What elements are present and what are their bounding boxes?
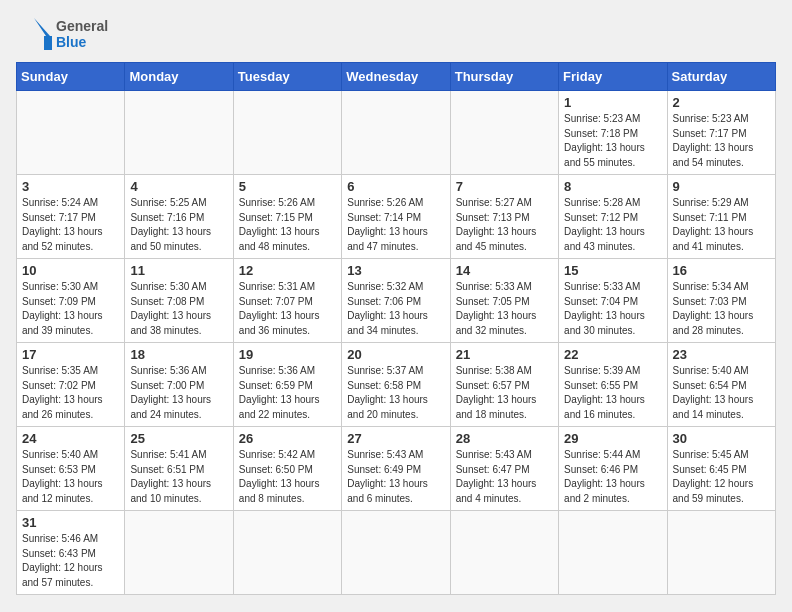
day-info: Sunrise: 5:35 AM Sunset: 7:02 PM Dayligh… [22,364,119,422]
calendar-cell: 4Sunrise: 5:25 AM Sunset: 7:16 PM Daylig… [125,175,233,259]
calendar-cell: 27Sunrise: 5:43 AM Sunset: 6:49 PM Dayli… [342,427,450,511]
calendar-cell: 11Sunrise: 5:30 AM Sunset: 7:08 PM Dayli… [125,259,233,343]
weekday-header-thursday: Thursday [450,63,558,91]
calendar-cell: 28Sunrise: 5:43 AM Sunset: 6:47 PM Dayli… [450,427,558,511]
day-info: Sunrise: 5:33 AM Sunset: 7:04 PM Dayligh… [564,280,661,338]
day-number: 10 [22,263,119,278]
calendar-cell: 15Sunrise: 5:33 AM Sunset: 7:04 PM Dayli… [559,259,667,343]
day-number: 8 [564,179,661,194]
day-number: 19 [239,347,336,362]
day-number: 15 [564,263,661,278]
day-info: Sunrise: 5:26 AM Sunset: 7:14 PM Dayligh… [347,196,444,254]
day-number: 17 [22,347,119,362]
calendar-cell: 19Sunrise: 5:36 AM Sunset: 6:59 PM Dayli… [233,343,341,427]
day-number: 31 [22,515,119,530]
calendar-cell: 3Sunrise: 5:24 AM Sunset: 7:17 PM Daylig… [17,175,125,259]
calendar-cell [450,91,558,175]
calendar-cell: 6Sunrise: 5:26 AM Sunset: 7:14 PM Daylig… [342,175,450,259]
day-info: Sunrise: 5:29 AM Sunset: 7:11 PM Dayligh… [673,196,770,254]
weekday-header-sunday: Sunday [17,63,125,91]
day-number: 20 [347,347,444,362]
calendar-cell: 5Sunrise: 5:26 AM Sunset: 7:15 PM Daylig… [233,175,341,259]
day-info: Sunrise: 5:36 AM Sunset: 6:59 PM Dayligh… [239,364,336,422]
day-info: Sunrise: 5:24 AM Sunset: 7:17 PM Dayligh… [22,196,119,254]
day-number: 29 [564,431,661,446]
svg-marker-0 [34,18,52,50]
day-info: Sunrise: 5:34 AM Sunset: 7:03 PM Dayligh… [673,280,770,338]
day-number: 21 [456,347,553,362]
day-number: 14 [456,263,553,278]
day-info: Sunrise: 5:46 AM Sunset: 6:43 PM Dayligh… [22,532,119,590]
calendar-cell: 7Sunrise: 5:27 AM Sunset: 7:13 PM Daylig… [450,175,558,259]
calendar-table: SundayMondayTuesdayWednesdayThursdayFrid… [16,62,776,595]
logo: General Blue [16,16,108,52]
calendar-cell [125,511,233,595]
calendar-week-row: 10Sunrise: 5:30 AM Sunset: 7:09 PM Dayli… [17,259,776,343]
calendar-cell: 16Sunrise: 5:34 AM Sunset: 7:03 PM Dayli… [667,259,775,343]
day-number: 24 [22,431,119,446]
weekday-header-monday: Monday [125,63,233,91]
calendar-cell: 1Sunrise: 5:23 AM Sunset: 7:18 PM Daylig… [559,91,667,175]
day-number: 12 [239,263,336,278]
day-info: Sunrise: 5:28 AM Sunset: 7:12 PM Dayligh… [564,196,661,254]
calendar-cell [233,91,341,175]
day-info: Sunrise: 5:37 AM Sunset: 6:58 PM Dayligh… [347,364,444,422]
page-header: General Blue [16,16,776,52]
calendar-week-row: 3Sunrise: 5:24 AM Sunset: 7:17 PM Daylig… [17,175,776,259]
day-number: 1 [564,95,661,110]
day-info: Sunrise: 5:33 AM Sunset: 7:05 PM Dayligh… [456,280,553,338]
calendar-cell: 29Sunrise: 5:44 AM Sunset: 6:46 PM Dayli… [559,427,667,511]
day-info: Sunrise: 5:30 AM Sunset: 7:08 PM Dayligh… [130,280,227,338]
day-info: Sunrise: 5:39 AM Sunset: 6:55 PM Dayligh… [564,364,661,422]
day-number: 18 [130,347,227,362]
day-info: Sunrise: 5:23 AM Sunset: 7:18 PM Dayligh… [564,112,661,170]
day-info: Sunrise: 5:42 AM Sunset: 6:50 PM Dayligh… [239,448,336,506]
calendar-week-row: 31Sunrise: 5:46 AM Sunset: 6:43 PM Dayli… [17,511,776,595]
calendar-cell: 9Sunrise: 5:29 AM Sunset: 7:11 PM Daylig… [667,175,775,259]
calendar-cell: 22Sunrise: 5:39 AM Sunset: 6:55 PM Dayli… [559,343,667,427]
calendar-cell: 26Sunrise: 5:42 AM Sunset: 6:50 PM Dayli… [233,427,341,511]
calendar-cell [342,511,450,595]
calendar-cell [667,511,775,595]
day-info: Sunrise: 5:43 AM Sunset: 6:47 PM Dayligh… [456,448,553,506]
day-info: Sunrise: 5:38 AM Sunset: 6:57 PM Dayligh… [456,364,553,422]
day-number: 6 [347,179,444,194]
calendar-cell: 13Sunrise: 5:32 AM Sunset: 7:06 PM Dayli… [342,259,450,343]
day-info: Sunrise: 5:30 AM Sunset: 7:09 PM Dayligh… [22,280,119,338]
day-info: Sunrise: 5:41 AM Sunset: 6:51 PM Dayligh… [130,448,227,506]
calendar-cell [17,91,125,175]
day-info: Sunrise: 5:25 AM Sunset: 7:16 PM Dayligh… [130,196,227,254]
calendar-cell: 24Sunrise: 5:40 AM Sunset: 6:53 PM Dayli… [17,427,125,511]
day-info: Sunrise: 5:36 AM Sunset: 7:00 PM Dayligh… [130,364,227,422]
logo-graphic: General Blue [16,16,108,52]
calendar-cell: 12Sunrise: 5:31 AM Sunset: 7:07 PM Dayli… [233,259,341,343]
calendar-cell: 23Sunrise: 5:40 AM Sunset: 6:54 PM Dayli… [667,343,775,427]
calendar-cell: 30Sunrise: 5:45 AM Sunset: 6:45 PM Dayli… [667,427,775,511]
day-number: 11 [130,263,227,278]
day-info: Sunrise: 5:23 AM Sunset: 7:17 PM Dayligh… [673,112,770,170]
day-number: 5 [239,179,336,194]
calendar-cell: 14Sunrise: 5:33 AM Sunset: 7:05 PM Dayli… [450,259,558,343]
calendar-week-row: 17Sunrise: 5:35 AM Sunset: 7:02 PM Dayli… [17,343,776,427]
calendar-cell [125,91,233,175]
day-number: 7 [456,179,553,194]
day-number: 26 [239,431,336,446]
calendar-cell: 10Sunrise: 5:30 AM Sunset: 7:09 PM Dayli… [17,259,125,343]
calendar-cell: 17Sunrise: 5:35 AM Sunset: 7:02 PM Dayli… [17,343,125,427]
weekday-header-row: SundayMondayTuesdayWednesdayThursdayFrid… [17,63,776,91]
calendar-week-row: 1Sunrise: 5:23 AM Sunset: 7:18 PM Daylig… [17,91,776,175]
weekday-header-tuesday: Tuesday [233,63,341,91]
day-info: Sunrise: 5:40 AM Sunset: 6:53 PM Dayligh… [22,448,119,506]
day-info: Sunrise: 5:31 AM Sunset: 7:07 PM Dayligh… [239,280,336,338]
day-info: Sunrise: 5:43 AM Sunset: 6:49 PM Dayligh… [347,448,444,506]
day-number: 3 [22,179,119,194]
calendar-cell [559,511,667,595]
day-number: 4 [130,179,227,194]
day-info: Sunrise: 5:40 AM Sunset: 6:54 PM Dayligh… [673,364,770,422]
weekday-header-saturday: Saturday [667,63,775,91]
day-number: 30 [673,431,770,446]
calendar-cell [233,511,341,595]
calendar-cell [450,511,558,595]
calendar-cell: 2Sunrise: 5:23 AM Sunset: 7:17 PM Daylig… [667,91,775,175]
day-number: 2 [673,95,770,110]
